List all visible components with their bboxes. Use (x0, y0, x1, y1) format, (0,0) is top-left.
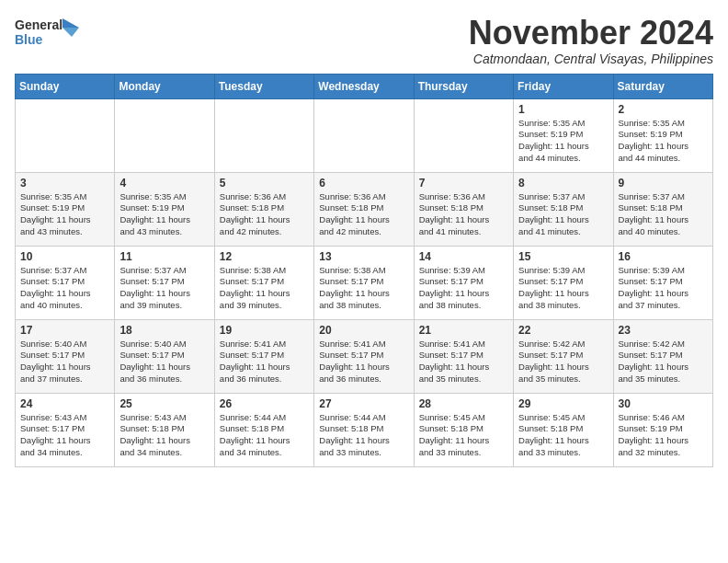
day-number: 20 (319, 324, 408, 337)
day-info: Sunrise: 5:41 AM Sunset: 5:17 PM Dayligh… (419, 339, 508, 385)
day-info: Sunrise: 5:36 AM Sunset: 5:18 PM Dayligh… (220, 191, 309, 238)
calendar-cell: 19Sunrise: 5:41 AM Sunset: 5:17 PM Dayli… (214, 319, 313, 393)
calendar-cell: 10Sunrise: 5:37 AM Sunset: 5:17 PM Dayli… (16, 246, 115, 319)
calendar-week-3: 10Sunrise: 5:37 AM Sunset: 5:17 PM Dayli… (16, 246, 713, 319)
day-info: Sunrise: 5:44 AM Sunset: 5:18 PM Dayligh… (319, 412, 408, 459)
calendar-cell: 21Sunrise: 5:41 AM Sunset: 5:17 PM Dayli… (414, 319, 513, 393)
calendar-cell: 8Sunrise: 5:37 AM Sunset: 5:18 PM Daylig… (514, 172, 613, 246)
day-number: 25 (119, 397, 209, 410)
calendar: SundayMondayTuesdayWednesdayThursdayFrid… (15, 74, 713, 467)
calendar-cell: 16Sunrise: 5:39 AM Sunset: 5:17 PM Dayli… (613, 246, 712, 319)
logo: GeneralBlue (15, 15, 79, 52)
day-number: 7 (419, 177, 508, 190)
day-info: Sunrise: 5:44 AM Sunset: 5:18 PM Dayligh… (220, 412, 309, 459)
weekday-header-thursday: Thursday (414, 74, 513, 98)
calendar-cell: 23Sunrise: 5:42 AM Sunset: 5:17 PM Dayli… (613, 319, 712, 393)
day-number: 11 (119, 250, 209, 263)
calendar-cell (414, 98, 513, 172)
day-number: 10 (20, 250, 109, 263)
day-info: Sunrise: 5:36 AM Sunset: 5:18 PM Dayligh… (319, 191, 408, 238)
calendar-week-1: 1Sunrise: 5:35 AM Sunset: 5:19 PM Daylig… (16, 98, 713, 172)
day-number: 15 (518, 250, 608, 263)
calendar-cell: 3Sunrise: 5:35 AM Sunset: 5:19 PM Daylig… (16, 172, 115, 246)
day-info: Sunrise: 5:43 AM Sunset: 5:17 PM Dayligh… (20, 412, 109, 459)
location: Catmondaan, Central Visayas, Philippines (469, 52, 713, 66)
calendar-cell (314, 98, 414, 172)
calendar-cell (115, 98, 214, 172)
day-number: 19 (220, 324, 309, 337)
calendar-cell: 4Sunrise: 5:35 AM Sunset: 5:19 PM Daylig… (115, 172, 214, 246)
day-info: Sunrise: 5:41 AM Sunset: 5:17 PM Dayligh… (319, 339, 408, 385)
svg-text:Blue: Blue (15, 32, 43, 47)
day-number: 8 (518, 177, 608, 190)
calendar-cell: 30Sunrise: 5:46 AM Sunset: 5:19 PM Dayli… (613, 393, 712, 466)
day-number: 5 (220, 177, 309, 190)
weekday-header-row: SundayMondayTuesdayWednesdayThursdayFrid… (16, 74, 713, 98)
calendar-cell: 20Sunrise: 5:41 AM Sunset: 5:17 PM Dayli… (314, 319, 414, 393)
day-number: 24 (20, 397, 109, 410)
day-number: 2 (619, 103, 708, 116)
calendar-cell: 13Sunrise: 5:38 AM Sunset: 5:17 PM Dayli… (314, 246, 414, 319)
calendar-cell: 5Sunrise: 5:36 AM Sunset: 5:18 PM Daylig… (214, 172, 313, 246)
calendar-cell: 2Sunrise: 5:35 AM Sunset: 5:19 PM Daylig… (613, 98, 712, 172)
calendar-cell: 9Sunrise: 5:37 AM Sunset: 5:18 PM Daylig… (613, 172, 712, 246)
day-info: Sunrise: 5:38 AM Sunset: 5:17 PM Dayligh… (220, 265, 309, 312)
day-number: 13 (319, 250, 408, 263)
day-number: 23 (619, 324, 708, 337)
calendar-cell: 11Sunrise: 5:37 AM Sunset: 5:17 PM Dayli… (115, 246, 214, 319)
day-info: Sunrise: 5:42 AM Sunset: 5:17 PM Dayligh… (619, 339, 708, 385)
day-info: Sunrise: 5:39 AM Sunset: 5:17 PM Dayligh… (619, 265, 708, 312)
day-number: 26 (220, 397, 309, 410)
day-number: 29 (518, 397, 608, 410)
day-number: 12 (220, 250, 309, 263)
calendar-cell: 1Sunrise: 5:35 AM Sunset: 5:19 PM Daylig… (514, 98, 613, 172)
calendar-cell: 17Sunrise: 5:40 AM Sunset: 5:17 PM Dayli… (16, 319, 115, 393)
calendar-week-2: 3Sunrise: 5:35 AM Sunset: 5:19 PM Daylig… (16, 172, 713, 246)
day-info: Sunrise: 5:35 AM Sunset: 5:19 PM Dayligh… (518, 118, 608, 165)
day-number: 27 (319, 397, 408, 410)
day-number: 9 (619, 177, 708, 190)
day-info: Sunrise: 5:35 AM Sunset: 5:19 PM Dayligh… (619, 118, 708, 165)
calendar-cell (16, 98, 115, 172)
calendar-cell: 14Sunrise: 5:39 AM Sunset: 5:17 PM Dayli… (414, 246, 513, 319)
day-number: 3 (20, 177, 109, 190)
day-info: Sunrise: 5:37 AM Sunset: 5:18 PM Dayligh… (619, 191, 708, 238)
day-info: Sunrise: 5:37 AM Sunset: 5:17 PM Dayligh… (119, 265, 209, 312)
day-number: 1 (518, 103, 608, 116)
calendar-cell: 12Sunrise: 5:38 AM Sunset: 5:17 PM Dayli… (214, 246, 313, 319)
calendar-cell: 25Sunrise: 5:43 AM Sunset: 5:18 PM Dayli… (115, 393, 214, 466)
svg-text:General: General (15, 17, 63, 32)
day-info: Sunrise: 5:46 AM Sunset: 5:19 PM Dayligh… (619, 412, 708, 459)
calendar-week-4: 17Sunrise: 5:40 AM Sunset: 5:17 PM Dayli… (16, 319, 713, 393)
day-info: Sunrise: 5:40 AM Sunset: 5:17 PM Dayligh… (20, 339, 109, 385)
calendar-cell: 18Sunrise: 5:40 AM Sunset: 5:17 PM Dayli… (115, 319, 214, 393)
svg-marker-0 (63, 18, 79, 28)
day-number: 18 (119, 324, 209, 337)
day-number: 22 (518, 324, 608, 337)
day-info: Sunrise: 5:38 AM Sunset: 5:17 PM Dayligh… (319, 265, 408, 312)
svg-marker-1 (63, 28, 79, 37)
day-number: 4 (119, 177, 209, 190)
calendar-cell: 29Sunrise: 5:45 AM Sunset: 5:18 PM Dayli… (514, 393, 613, 466)
calendar-cell: 27Sunrise: 5:44 AM Sunset: 5:18 PM Dayli… (314, 393, 414, 466)
calendar-cell: 28Sunrise: 5:45 AM Sunset: 5:18 PM Dayli… (414, 393, 513, 466)
day-number: 21 (419, 324, 508, 337)
day-info: Sunrise: 5:35 AM Sunset: 5:19 PM Dayligh… (20, 191, 109, 238)
calendar-cell: 6Sunrise: 5:36 AM Sunset: 5:18 PM Daylig… (314, 172, 414, 246)
day-info: Sunrise: 5:42 AM Sunset: 5:17 PM Dayligh… (518, 339, 608, 385)
calendar-week-5: 24Sunrise: 5:43 AM Sunset: 5:17 PM Dayli… (16, 393, 713, 466)
weekday-header-wednesday: Wednesday (314, 74, 414, 98)
calendar-cell: 24Sunrise: 5:43 AM Sunset: 5:17 PM Dayli… (16, 393, 115, 466)
day-info: Sunrise: 5:40 AM Sunset: 5:17 PM Dayligh… (119, 339, 209, 385)
page-header: GeneralBlue November 2024 Catmondaan, Ce… (15, 15, 713, 66)
day-number: 6 (319, 177, 408, 190)
day-number: 14 (419, 250, 508, 263)
day-info: Sunrise: 5:41 AM Sunset: 5:17 PM Dayligh… (220, 339, 309, 385)
day-info: Sunrise: 5:37 AM Sunset: 5:18 PM Dayligh… (518, 191, 608, 238)
day-info: Sunrise: 5:45 AM Sunset: 5:18 PM Dayligh… (518, 412, 608, 459)
weekday-header-monday: Monday (115, 74, 214, 98)
day-number: 16 (619, 250, 708, 263)
weekday-header-friday: Friday (514, 74, 613, 98)
weekday-header-sunday: Sunday (16, 74, 115, 98)
day-number: 30 (619, 397, 708, 410)
